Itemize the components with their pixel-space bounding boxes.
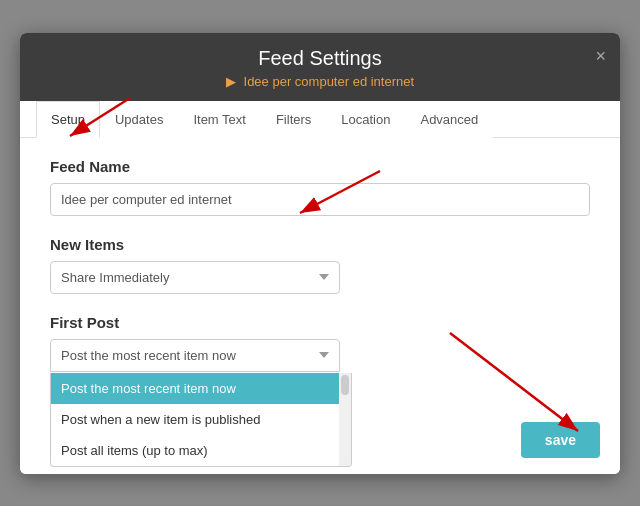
first-post-select[interactable]: Post the most recent item now Post when … xyxy=(50,339,340,372)
modal-body: Feed Name New Items Share Immediately Re… xyxy=(20,138,620,412)
tab-bar: Setup Updates Item Text Filters Location… xyxy=(20,101,620,138)
rss-icon: ▶ xyxy=(226,74,236,89)
dropdown-option-1[interactable]: Post the most recent item now xyxy=(51,373,351,404)
dropdown-option-2[interactable]: Post when a new item is published xyxy=(51,404,351,435)
tab-location[interactable]: Location xyxy=(326,101,405,138)
tab-updates[interactable]: Updates xyxy=(100,101,178,138)
feed-name-label: Feed Name xyxy=(50,158,590,175)
first-post-label: First Post xyxy=(50,314,590,331)
modal-subtitle: ▶ Idee per computer ed internet xyxy=(40,74,600,89)
first-post-container: Post the most recent item now Post when … xyxy=(50,339,590,372)
first-post-group: First Post Post the most recent item now… xyxy=(50,314,590,372)
tab-setup[interactable]: Setup xyxy=(36,101,100,138)
modal-header: Feed Settings ▶ Idee per computer ed int… xyxy=(20,33,620,101)
tab-advanced[interactable]: Advanced xyxy=(405,101,493,138)
first-post-dropdown: Post the most recent item now Post when … xyxy=(50,373,352,467)
new-items-label: New Items xyxy=(50,236,590,253)
feed-name-group: Feed Name xyxy=(50,158,590,216)
tab-item-text[interactable]: Item Text xyxy=(178,101,261,138)
dropdown-option-3[interactable]: Post all items (up to max) xyxy=(51,435,351,466)
modal-title: Feed Settings xyxy=(40,47,600,70)
save-button[interactable]: save xyxy=(521,422,600,458)
close-button[interactable]: × xyxy=(595,47,606,65)
new-items-group: New Items Share Immediately Review Befor… xyxy=(50,236,590,294)
scrollbar-track[interactable] xyxy=(339,373,351,466)
tab-filters[interactable]: Filters xyxy=(261,101,326,138)
new-items-select[interactable]: Share Immediately Review Before Sharing xyxy=(50,261,340,294)
scrollbar-thumb[interactable] xyxy=(341,375,349,395)
feed-name-input[interactable] xyxy=(50,183,590,216)
